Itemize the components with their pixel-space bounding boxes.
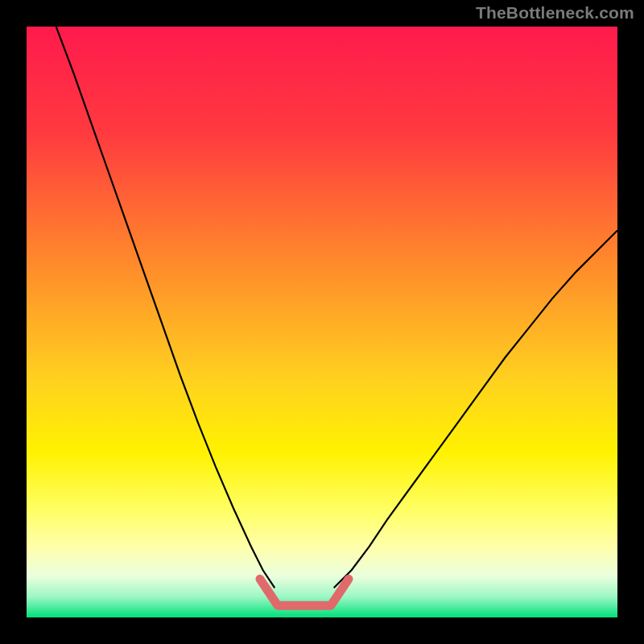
plot-area	[27, 27, 617, 617]
bottleneck-chart	[27, 27, 617, 617]
gradient-background	[27, 27, 617, 617]
attribution-text: TheBottleneck.com	[476, 3, 634, 23]
chart-frame: TheBottleneck.com	[0, 0, 644, 644]
